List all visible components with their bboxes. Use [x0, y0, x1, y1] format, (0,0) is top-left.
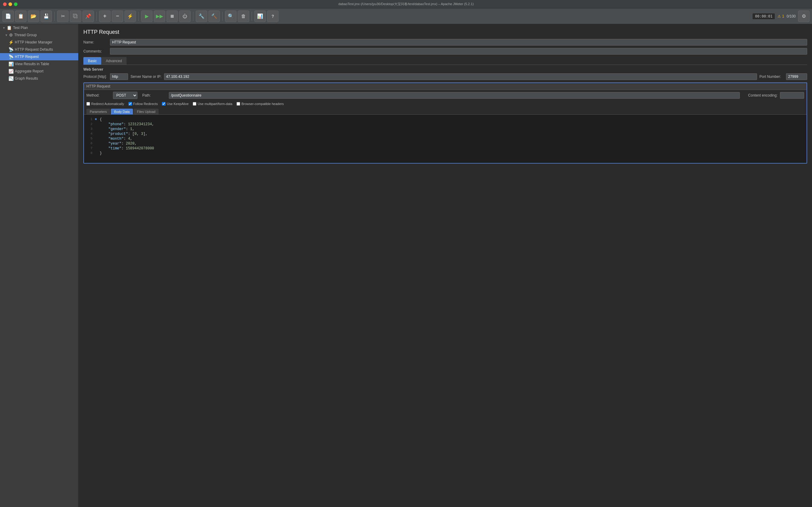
panel-title: HTTP Request [83, 29, 807, 35]
comments-input[interactable] [110, 48, 807, 55]
inner-tab-files-upload[interactable]: Files Upload [134, 109, 159, 114]
start-button[interactable]: ▶ [141, 11, 153, 22]
server-row: Protocol [http]: Server Name or IP: Port… [83, 73, 807, 80]
code-line-8: 8 } [84, 151, 807, 156]
log-viewer-button[interactable]: 📊 [254, 11, 266, 22]
warning-badge: ⚠ 1 [777, 14, 784, 18]
sidebar-item-label: Aggregate Report [15, 69, 44, 73]
encoding-label: Content encoding: [748, 93, 777, 98]
test-plan-icon: 📋 [7, 25, 12, 30]
server-name-label: Server Name or IP: [131, 74, 162, 79]
sidebar-item-http-request-defaults[interactable]: 📡 HTTP Request Defaults [0, 46, 78, 53]
thread-group-icon: ⚙ [9, 33, 13, 38]
window-title: dabaoTest.jmx (/Users/jyu36/Desktop/大宝问卷… [338, 2, 474, 6]
sidebar: ▼ 📋 Test Plan ▼ ⚙ Thread Group ⚡ HTTP He… [0, 24, 79, 507]
line-content-2: "phone": 12312341234, [100, 122, 154, 126]
minimize-button[interactable] [8, 2, 12, 6]
line-num-4: 4 [84, 132, 95, 135]
warning-icon: ⚠ [777, 14, 781, 18]
warning-count: 1 [782, 14, 784, 18]
stop-button[interactable]: ⏹ [166, 11, 178, 22]
sidebar-item-graph-results[interactable]: 📉 Graph Results [0, 75, 78, 82]
code-line-6: 6 "year": 2020, [84, 141, 807, 146]
sidebar-item-test-plan[interactable]: ▼ 📋 Test Plan [0, 24, 78, 32]
sidebar-item-label: HTTP Header Manager [15, 40, 53, 44]
redirect-auto-label: Redirect Automatically [91, 102, 124, 106]
comments-label: Comments: [83, 49, 108, 53]
comments-row: Comments: [83, 48, 807, 55]
name-row: Name: [83, 39, 807, 46]
protocol-input[interactable] [110, 73, 128, 80]
remote-stop-button[interactable]: 🔨 [208, 11, 220, 22]
code-line-2: 2 "phone": 12312341234, [84, 122, 807, 127]
settings-button[interactable]: ⚙ [798, 11, 810, 22]
follow-redirects-checkbox-item: Follow Redirects [129, 102, 158, 106]
tab-basic[interactable]: Basic [83, 57, 101, 65]
redirect-auto-checkbox[interactable] [86, 102, 90, 106]
help-button[interactable]: ? [267, 11, 278, 22]
line-num-1: 1 [84, 117, 95, 121]
line-num-7: 7 [84, 146, 95, 150]
close-button[interactable] [3, 2, 7, 6]
checkboxes-row: Redirect Automatically Follow Redirects … [84, 101, 807, 107]
search-button[interactable]: 🔍 [225, 11, 237, 22]
remote-start-button[interactable]: 🔧 [196, 11, 207, 22]
new-button[interactable]: 📄 [2, 11, 14, 22]
line-content-5: "month": 4, [100, 137, 132, 141]
line-num-5: 5 [84, 137, 95, 140]
inner-tab-parameters[interactable]: Parameters [86, 109, 110, 114]
encoding-input[interactable] [780, 92, 804, 99]
toolbar-separator-1 [54, 12, 55, 21]
cut-button[interactable]: ✂ [57, 11, 68, 22]
sidebar-item-label: Test Plan [13, 25, 28, 30]
line-content-4: "product": [0, 3], [100, 132, 147, 136]
http-request-box: HTTP Request Method: POST GET PUT DELETE… [83, 82, 807, 164]
save-button[interactable]: 💾 [41, 11, 52, 22]
toolbar-separator-2 [96, 12, 97, 21]
tab-advanced[interactable]: Advanced [101, 57, 126, 65]
start-no-pause-button[interactable]: ▶▶ [154, 11, 165, 22]
sidebar-item-thread-group[interactable]: ▼ ⚙ Thread Group [0, 32, 78, 39]
sidebar-item-label: HTTP Request Defaults [15, 47, 53, 52]
clear-button[interactable]: 🗑 [238, 11, 249, 22]
expand-button[interactable]: + [99, 11, 111, 22]
browser-compat-checkbox[interactable] [237, 102, 240, 106]
inner-tab-body-data[interactable]: Body Data [111, 109, 133, 114]
maximize-button[interactable] [14, 2, 17, 6]
port-input[interactable] [786, 73, 807, 80]
sidebar-item-label: Graph Results [15, 76, 38, 80]
line-content-3: "gender": 1, [100, 127, 135, 131]
content-area: HTTP Request Name: Comments: Basic Advan… [79, 24, 812, 507]
toolbar-separator-6 [252, 12, 252, 21]
sidebar-item-aggregate-report[interactable]: 📈 Aggregate Report [0, 68, 78, 75]
paste-button[interactable]: 📌 [83, 11, 94, 22]
line-num-2: 2 [84, 122, 95, 126]
open-button[interactable]: 📂 [28, 11, 39, 22]
sidebar-item-http-header-manager[interactable]: ⚡ HTTP Header Manager [0, 39, 78, 46]
request-defaults-icon: 📡 [8, 47, 14, 52]
shutdown-button[interactable]: ⏻ [179, 11, 191, 22]
web-server-label: Web Server [83, 67, 807, 71]
use-multipart-checkbox[interactable] [193, 102, 196, 106]
code-line-4: 4 "product": [0, 3], [84, 131, 807, 136]
method-select[interactable]: POST GET PUT DELETE PATCH [113, 92, 138, 99]
sidebar-item-label: View Results in Table [15, 62, 49, 66]
follow-redirects-checkbox[interactable] [129, 102, 132, 106]
line-content-1: { [100, 117, 102, 122]
use-keepalive-checkbox[interactable] [162, 102, 165, 106]
templates-button[interactable]: 📋 [15, 11, 27, 22]
sidebar-item-http-request[interactable]: 📡 HTTP Request [0, 53, 78, 60]
protocol-label: Protocol [http]: [83, 74, 108, 79]
code-editor[interactable]: 1 ■ { 2 "phone": 12312341234, 3 "gender"… [84, 115, 807, 163]
copy-button[interactable]: ⿻ [70, 11, 81, 22]
timer-display: 00:00:01 [752, 13, 775, 19]
sidebar-item-view-results-in-table[interactable]: 📊 View Results in Table [0, 60, 78, 68]
path-input[interactable] [169, 92, 740, 99]
main-tabs-bar: Basic Advanced [83, 57, 807, 65]
toggle-button[interactable]: ⚡ [124, 11, 136, 22]
server-name-input[interactable] [164, 73, 757, 80]
line-num-3: 3 [84, 127, 95, 131]
collapse-button[interactable]: − [112, 11, 123, 22]
name-input[interactable] [110, 39, 807, 46]
code-line-1: 1 ■ { [84, 117, 807, 122]
